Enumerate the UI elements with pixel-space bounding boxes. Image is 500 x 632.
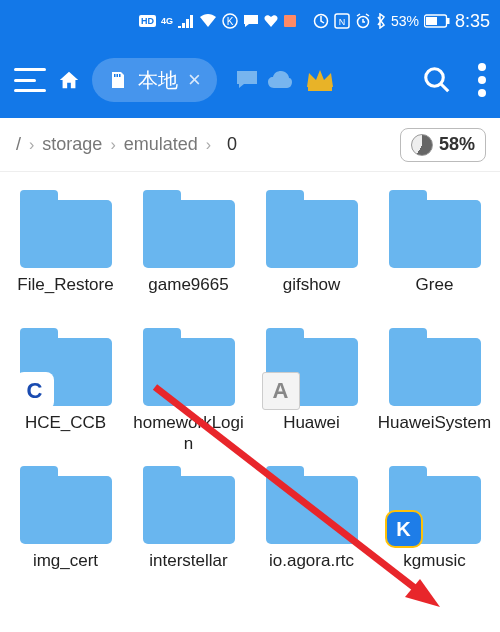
svg-rect-2 bbox=[284, 15, 296, 27]
svg-point-14 bbox=[426, 69, 444, 87]
folder-item[interactable]: homeworkLogin bbox=[129, 328, 248, 456]
folder-item[interactable]: interstellar bbox=[129, 466, 248, 594]
folder-item[interactable]: AHuawei bbox=[252, 328, 371, 456]
folder-icon bbox=[16, 190, 116, 268]
folder-icon bbox=[16, 466, 116, 544]
chevron-right-icon: › bbox=[110, 136, 115, 154]
chevron-right-icon: › bbox=[29, 136, 34, 154]
folder-label: HCE_CCB bbox=[23, 412, 108, 456]
folder-item[interactable]: CHCE_CCB bbox=[6, 328, 125, 456]
folder-label: Gree bbox=[414, 274, 456, 318]
folder-label: img_cert bbox=[31, 550, 100, 594]
folder-item[interactable]: File_Restore bbox=[6, 190, 125, 318]
book-icon bbox=[283, 14, 297, 28]
svg-rect-8 bbox=[447, 18, 450, 24]
crumb-zero[interactable]: 0 bbox=[225, 134, 239, 155]
folder-icon bbox=[139, 190, 239, 268]
location-label: 本地 bbox=[138, 67, 178, 94]
signal-icon bbox=[178, 14, 194, 28]
svg-text:N: N bbox=[339, 17, 346, 27]
folder-item[interactable]: Gree bbox=[375, 190, 494, 318]
folder-label: HuaweiSystem bbox=[376, 412, 493, 456]
folder-label: gifshow bbox=[281, 274, 343, 318]
folder-grid: File_Restoregame9665gifshowGreeCHCE_CCBh… bbox=[0, 172, 500, 612]
wifi-icon bbox=[199, 14, 217, 28]
folder-item[interactable]: io.agora.rtc bbox=[252, 466, 371, 594]
search-icon[interactable] bbox=[422, 65, 452, 95]
svg-rect-13 bbox=[308, 87, 332, 91]
crown-icon[interactable] bbox=[305, 67, 335, 93]
sync-icon bbox=[313, 13, 329, 29]
battery-icon bbox=[424, 14, 450, 28]
svg-text:K: K bbox=[227, 16, 234, 27]
sdcard-icon bbox=[108, 70, 128, 90]
folder-icon bbox=[139, 328, 239, 406]
breadcrumb: / › storage › emulated › 0 58% bbox=[0, 118, 500, 172]
folder-label: game9665 bbox=[146, 274, 230, 318]
app-bar: 本地 × bbox=[0, 42, 500, 118]
folder-icon bbox=[385, 328, 485, 406]
folder-item[interactable]: HuaweiSystem bbox=[375, 328, 494, 456]
crumb-storage[interactable]: storage bbox=[40, 134, 104, 155]
folder-icon bbox=[139, 466, 239, 544]
storage-badge[interactable]: 58% bbox=[400, 128, 486, 162]
cloud-icon[interactable] bbox=[267, 70, 293, 90]
folder-icon: A bbox=[262, 328, 362, 406]
crumb-emulated[interactable]: emulated bbox=[122, 134, 200, 155]
pie-icon bbox=[411, 134, 433, 156]
status-bar: HD 4G K N 53% 8:35 bbox=[0, 0, 500, 42]
tab-chat-icon[interactable] bbox=[235, 69, 259, 91]
menu-button[interactable] bbox=[14, 68, 46, 92]
heart-icon bbox=[264, 14, 278, 28]
svg-rect-11 bbox=[117, 74, 119, 77]
battery-percent: 53% bbox=[391, 13, 419, 29]
nfc-icon: N bbox=[334, 13, 350, 29]
app-overlay-icon: A bbox=[262, 372, 300, 410]
folder-item[interactable]: gifshow bbox=[252, 190, 371, 318]
folder-label: homeworkLogin bbox=[129, 412, 248, 456]
folder-item[interactable]: game9665 bbox=[129, 190, 248, 318]
svg-rect-12 bbox=[119, 74, 121, 77]
folder-item[interactable]: Kkgmusic bbox=[375, 466, 494, 594]
home-icon[interactable] bbox=[58, 69, 80, 91]
alarm-icon bbox=[355, 13, 371, 29]
bluetooth-icon bbox=[376, 13, 386, 29]
folder-icon bbox=[262, 466, 362, 544]
crumb-root[interactable]: / bbox=[14, 134, 23, 155]
folder-icon: C bbox=[16, 328, 116, 406]
location-chip[interactable]: 本地 × bbox=[92, 58, 217, 102]
folder-label: kgmusic bbox=[401, 550, 467, 594]
folder-icon bbox=[385, 190, 485, 268]
folder-label: File_Restore bbox=[15, 274, 115, 318]
clock-time: 8:35 bbox=[455, 11, 490, 32]
k-circle-icon: K bbox=[222, 13, 238, 29]
network-type: 4G bbox=[161, 17, 173, 25]
svg-rect-9 bbox=[426, 17, 437, 25]
app-overlay-icon: C bbox=[16, 372, 54, 410]
more-button[interactable] bbox=[478, 63, 486, 97]
folder-label: Huawei bbox=[281, 412, 342, 456]
folder-item[interactable]: img_cert bbox=[6, 466, 125, 594]
folder-icon: K bbox=[385, 466, 485, 544]
folder-label: io.agora.rtc bbox=[267, 550, 356, 594]
folder-icon bbox=[262, 190, 362, 268]
storage-percent: 58% bbox=[439, 134, 475, 155]
chevron-right-icon: › bbox=[206, 136, 211, 154]
chat-icon bbox=[243, 14, 259, 28]
close-icon[interactable]: × bbox=[188, 67, 201, 93]
hd-badge: HD bbox=[139, 15, 156, 27]
svg-rect-10 bbox=[114, 74, 116, 77]
folder-label: interstellar bbox=[147, 550, 229, 594]
app-overlay-icon: K bbox=[385, 510, 423, 548]
